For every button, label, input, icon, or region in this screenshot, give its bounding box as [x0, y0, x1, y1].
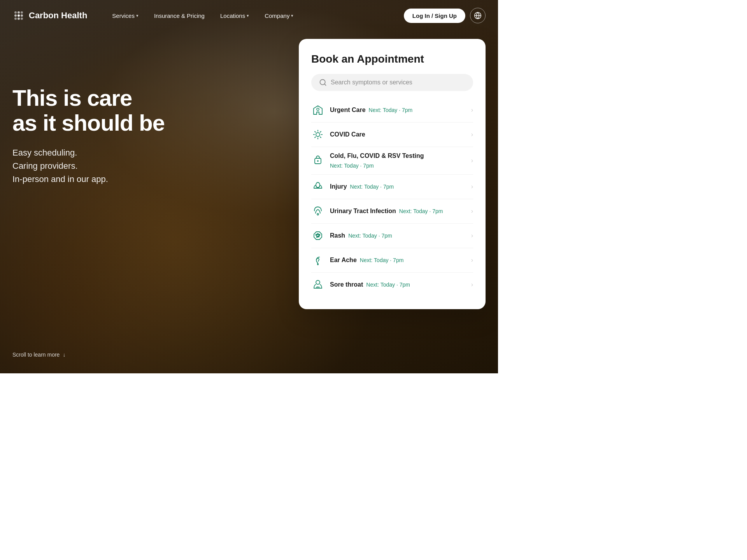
uti-icon: [311, 205, 324, 218]
covid-care-name: COVID Care: [330, 131, 365, 138]
nav-company[interactable]: Company ▾: [258, 9, 300, 22]
hero-headline: This is careas it should be: [12, 86, 165, 135]
urgent-care-next: Next: Today · 7pm: [369, 107, 413, 113]
covid-care-icon: [311, 128, 324, 141]
navbar: Carbon Health Services ▾ Insurance & Pri…: [0, 0, 498, 31]
urgent-care-icon: [311, 103, 324, 117]
rash-name: Rash: [330, 232, 345, 239]
service-item-urgent-care[interactable]: Urgent Care Next: Today · 7pm ›: [311, 98, 473, 122]
booking-card: Book an Appointment Search symptoms or s…: [299, 39, 486, 309]
svg-point-14: [316, 133, 320, 136]
nav-right: Log In / Sign Up: [404, 8, 486, 23]
svg-point-27: [317, 214, 319, 215]
ear-ache-name: Ear Ache: [330, 257, 357, 264]
rash-text: Rash Next: Today · 7pm: [330, 232, 466, 239]
scroll-hint: Scroll to learn more ↓: [12, 352, 65, 358]
rash-icon: [311, 229, 324, 242]
sore-throat-text: Sore throat Next: Today · 7pm: [330, 281, 466, 288]
injury-chevron-icon: ›: [471, 183, 473, 190]
injury-text: Injury Next: Today · 7pm: [330, 183, 466, 190]
uti-chevron-icon: ›: [471, 208, 473, 215]
logo-icon: [12, 9, 25, 22]
cold-flu-name: Cold, Flu, COVID & RSV Testing: [330, 152, 424, 159]
nav-links: Services ▾ Insurance & Pricing Locations…: [106, 9, 403, 22]
cold-flu-text: Cold, Flu, COVID & RSV Testing Next: Tod…: [330, 152, 466, 169]
svg-line-22: [320, 131, 321, 133]
svg-point-28: [316, 234, 317, 236]
svg-point-13: [317, 108, 319, 110]
uti-next: Next: Today · 7pm: [399, 208, 443, 214]
uti-name: Urinary Tract Infection: [330, 208, 396, 215]
rash-chevron-icon: ›: [471, 232, 473, 239]
svg-point-1: [18, 11, 20, 14]
service-item-injury[interactable]: Injury Next: Today · 7pm ›: [311, 175, 473, 199]
svg-line-21: [315, 137, 316, 138]
urgent-care-name: Urgent Care: [330, 107, 366, 114]
sore-throat-icon: [311, 278, 324, 291]
ear-ache-next: Next: Today · 7pm: [360, 257, 404, 263]
service-item-cold-flu[interactable]: Cold, Flu, COVID & RSV Testing Next: Tod…: [311, 147, 473, 175]
ear-ache-chevron-icon: ›: [471, 257, 473, 264]
search-box[interactable]: Search symptoms or services: [311, 74, 473, 91]
svg-point-0: [14, 11, 17, 14]
svg-point-29: [317, 234, 319, 235]
search-placeholder: Search symptoms or services: [331, 79, 412, 86]
logo-text: Carbon Health: [29, 10, 87, 21]
hero-subtext: Easy scheduling. Caring providers. In-pe…: [12, 146, 165, 186]
cold-flu-icon: [311, 154, 324, 167]
svg-point-30: [319, 234, 320, 236]
booking-title: Book an Appointment: [311, 53, 473, 65]
svg-point-33: [316, 280, 320, 284]
uti-text: Urinary Tract Infection Next: Today · 7p…: [330, 208, 466, 215]
ear-ache-text: Ear Ache Next: Today · 7pm: [330, 257, 466, 264]
service-item-ear-ache[interactable]: Ear Ache Next: Today · 7pm ›: [311, 248, 473, 273]
urgent-care-chevron-icon: ›: [471, 107, 473, 114]
svg-line-19: [315, 131, 316, 133]
service-list: Urgent Care Next: Today · 7pm › COVID Ca…: [311, 98, 473, 297]
locations-chevron-icon: ▾: [247, 13, 249, 18]
sore-throat-next: Next: Today · 7pm: [366, 282, 410, 288]
svg-point-6: [14, 18, 17, 20]
hero-text-block: This is careas it should be Easy schedul…: [12, 86, 165, 186]
svg-point-7: [18, 18, 20, 20]
injury-name: Injury: [330, 183, 347, 190]
service-item-covid-care[interactable]: COVID Care ›: [311, 122, 473, 147]
covid-care-chevron-icon: ›: [471, 131, 473, 138]
cold-flu-chevron-icon: ›: [471, 157, 473, 164]
sore-throat-chevron-icon: ›: [471, 281, 473, 288]
svg-line-20: [320, 137, 321, 138]
globe-icon: [474, 12, 482, 19]
injury-next: Next: Today · 7pm: [350, 184, 394, 190]
nav-services[interactable]: Services ▾: [106, 9, 145, 22]
login-button[interactable]: Log In / Sign Up: [404, 9, 465, 23]
ear-ache-icon: [311, 254, 324, 267]
svg-point-3: [14, 14, 17, 17]
cold-flu-next: Next: Today · 7pm: [330, 163, 374, 169]
urgent-care-text: Urgent Care Next: Today · 7pm: [330, 107, 466, 114]
svg-point-8: [21, 18, 23, 20]
injury-icon: [311, 180, 324, 193]
service-item-uti[interactable]: Urinary Tract Infection Next: Today · 7p…: [311, 199, 473, 224]
svg-point-32: [317, 236, 318, 238]
svg-point-2: [21, 11, 23, 14]
nav-locations[interactable]: Locations ▾: [214, 9, 255, 22]
services-chevron-icon: ▾: [136, 13, 139, 18]
nav-insurance[interactable]: Insurance & Pricing: [148, 9, 211, 22]
covid-care-text: COVID Care: [330, 131, 466, 138]
svg-point-4: [18, 14, 20, 17]
logo[interactable]: Carbon Health: [12, 9, 87, 22]
service-item-sore-throat[interactable]: Sore throat Next: Today · 7pm ›: [311, 273, 473, 297]
sore-throat-name: Sore throat: [330, 281, 363, 288]
search-icon: [319, 79, 327, 86]
language-button[interactable]: [470, 8, 486, 23]
svg-point-31: [318, 236, 319, 237]
svg-line-12: [324, 84, 326, 86]
company-chevron-icon: ▾: [291, 13, 293, 18]
svg-point-5: [21, 14, 23, 17]
rash-next: Next: Today · 7pm: [348, 233, 392, 239]
arrow-down-icon: ↓: [63, 352, 65, 358]
service-item-rash[interactable]: Rash Next: Today · 7pm ›: [311, 224, 473, 248]
